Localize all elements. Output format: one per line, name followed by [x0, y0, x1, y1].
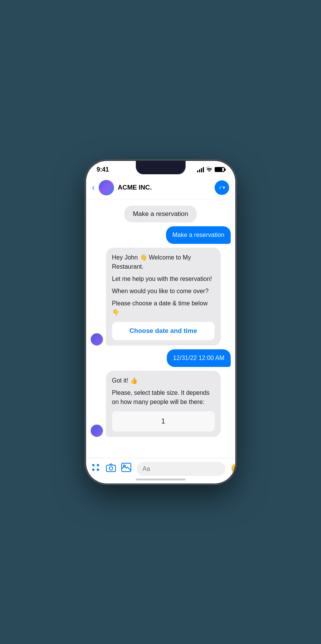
bot-para-5: Please, select table size. It depends on… — [112, 388, 215, 407]
outgoing-text-1: Make a reservation — [172, 232, 224, 238]
table-size-value: 1 — [161, 417, 165, 425]
outgoing-message-1: Make a reservation — [91, 226, 231, 244]
battery-icon — [215, 167, 225, 172]
bot-avatar — [91, 333, 103, 346]
header-title: ACME INC. — [118, 184, 215, 191]
bot-para-2: When would you like to come over? — [112, 287, 215, 296]
bot-bubble-1: Hey John 👋 Welcome to My Restaurant. Let… — [106, 248, 221, 346]
back-button[interactable]: ‹ — [92, 183, 95, 193]
notch — [136, 161, 186, 174]
signal-icon — [197, 167, 204, 172]
image-icon[interactable] — [121, 463, 131, 475]
status-time: 9:41 — [97, 166, 109, 173]
choose-date-button[interactable]: Choose date and time — [112, 322, 215, 340]
action-button[interactable]: ✓▾ — [215, 180, 229, 195]
camera-icon[interactable] — [106, 463, 116, 475]
bot-para-0: Hey John 👋 Welcome to My Restaurant. — [112, 253, 215, 271]
bot-message-1: Hey John 👋 Welcome to My Restaurant. Let… — [91, 248, 231, 346]
status-icons — [197, 167, 225, 173]
phone-screen: 9:41 ‹ — [86, 161, 235, 483]
grid-icon[interactable] — [91, 462, 101, 475]
bot-bubble-2: Got it! 👍 Please, select table size. It … — [106, 371, 221, 437]
outgoing-bubble-2: 12/31/22 12:00 AM — [167, 349, 230, 367]
home-indicator — [136, 479, 186, 480]
bot-para-1: Let me help you with the reservation! — [112, 274, 215, 284]
bot-para-3: Please choose a date & time below 👇 — [112, 299, 215, 317]
chat-header: ‹ ACME INC. ✓▾ — [86, 176, 235, 200]
checkmark-icon: ✓▾ — [218, 185, 225, 190]
outgoing-text-2: 12/31/22 12:00 AM — [173, 355, 224, 361]
bot-para-4: Got it! 👍 — [112, 376, 215, 385]
table-size-number: 1 — [112, 411, 215, 431]
text-input[interactable] — [137, 462, 225, 476]
outgoing-message-2: 12/31/22 12:00 AM — [91, 349, 231, 367]
bot-text-1: Hey John 👋 Welcome to My Restaurant. Let… — [112, 253, 215, 317]
svg-point-1 — [97, 464, 99, 466]
svg-point-5 — [109, 467, 112, 470]
center-bubble: Make a reservation — [124, 206, 197, 222]
avatar — [99, 180, 114, 195]
svg-point-2 — [92, 469, 95, 471]
center-message: Make a reservation — [91, 206, 231, 222]
wifi-icon — [206, 167, 212, 173]
bot-message-2: Got it! 👍 Please, select table size. It … — [91, 371, 231, 437]
center-bubble-text: Make a reservation — [133, 210, 188, 217]
phone-frame: 9:41 ‹ — [86, 161, 235, 483]
svg-point-0 — [92, 464, 95, 466]
svg-point-3 — [97, 469, 99, 471]
chat-area: Make a reservation Make a reservation He… — [86, 200, 235, 458]
svg-rect-4 — [106, 465, 116, 472]
bot-avatar-2 — [91, 425, 103, 437]
bot-text-2: Got it! 👍 Please, select table size. It … — [112, 376, 215, 407]
emoji-icon[interactable]: 😊 — [231, 463, 235, 475]
outgoing-bubble-1: Make a reservation — [166, 226, 230, 244]
